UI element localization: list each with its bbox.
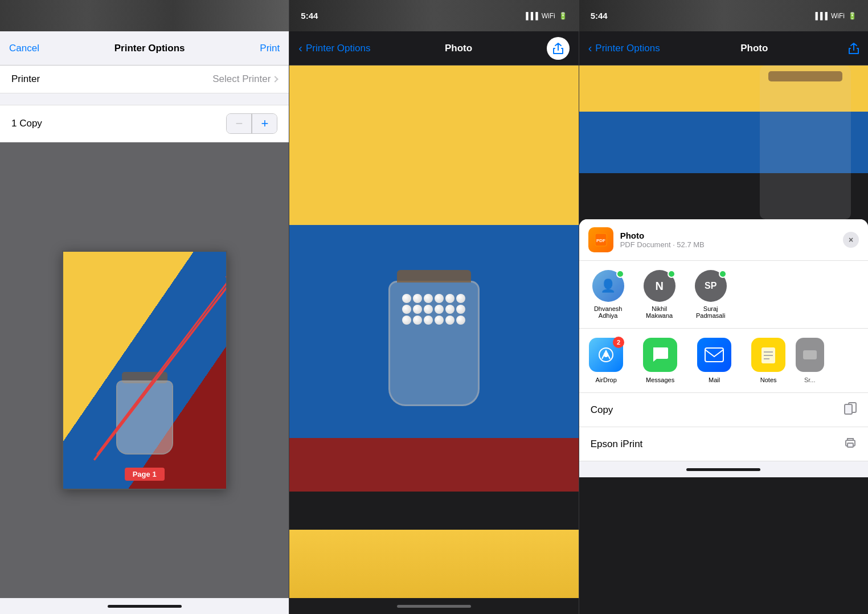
- avatar-wrapper-1: 👤: [592, 270, 624, 302]
- photo-jar-contents: [402, 294, 466, 393]
- printer-options-body: Printer Select Printer 1 Copy − +: [0, 66, 289, 598]
- printer-value[interactable]: Select Printer: [212, 73, 277, 85]
- airdrop-avatar-wrapper: 2: [589, 338, 623, 372]
- share-button-3[interactable]: [849, 43, 859, 54]
- copy-action-icon: [844, 402, 857, 417]
- nav-title-3: Photo: [740, 43, 768, 54]
- notes-label: Notes: [760, 376, 777, 383]
- back-chevron-2: ‹: [298, 42, 302, 55]
- jar-lid-3: [768, 71, 842, 81]
- photo-jar-lid: [397, 270, 471, 283]
- top-strip-1: [0, 0, 289, 31]
- action-row-epson[interactable]: Epson iPrint: [579, 427, 868, 461]
- signal-icon: ▐▐▐: [523, 12, 538, 20]
- nav-bar-1: Cancel Printer Options Print: [0, 31, 289, 66]
- jar-shape: [116, 380, 173, 455]
- status-icons-2: ▐▐▐ WiFi 🔋: [523, 12, 567, 20]
- panel-printer-options: Cancel Printer Options Print Printer Sel…: [0, 0, 289, 614]
- photo-thumbnail-3: [579, 66, 868, 219]
- app-item-airdrop[interactable]: 2 AirDrop: [579, 338, 633, 383]
- svg-rect-14: [803, 350, 817, 359]
- print-button[interactable]: Print: [260, 43, 280, 54]
- select-printer-label: Select Printer: [212, 73, 271, 85]
- epson-action-icon: [844, 436, 857, 452]
- photo-jar: [388, 281, 480, 406]
- printer-row[interactable]: Printer Select Printer: [0, 66, 289, 93]
- messages-label: Messages: [646, 376, 674, 383]
- app-item-messages[interactable]: Messages: [633, 338, 687, 383]
- online-indicator-1: [616, 270, 624, 278]
- app-item-more[interactable]: Sr...: [796, 338, 824, 383]
- share-sheet: PDF Photo PDF Document · 52.7 MB × 👤: [579, 219, 868, 461]
- copy-row: 1 Copy − +: [0, 105, 289, 142]
- share-file-header: PDF Photo PDF Document · 52.7 MB ×: [579, 219, 868, 261]
- online-indicator-3: [719, 270, 727, 278]
- svg-text:PDF: PDF: [596, 238, 605, 243]
- photo-bottom-strip: [289, 530, 578, 598]
- back-button-3[interactable]: ‹ Printer Options: [588, 42, 660, 55]
- share-close-button[interactable]: ×: [843, 232, 859, 248]
- increment-button[interactable]: +: [252, 114, 277, 133]
- mail-icon: [697, 338, 731, 372]
- battery-icon-3: 🔋: [848, 12, 857, 20]
- share-button-2[interactable]: [547, 37, 570, 60]
- avatar-wrapper-2: N: [644, 270, 675, 302]
- status-icons-3: ▐▐▐ WiFi 🔋: [813, 12, 857, 20]
- online-indicator-2: [668, 270, 675, 278]
- person-name-2: NikhilMakwana: [640, 305, 679, 319]
- notes-icon: [751, 338, 785, 372]
- nav-bar-3: ‹ Printer Options Photo: [579, 31, 868, 66]
- home-bar-2: [397, 605, 471, 608]
- file-meta: PDF Document · 52.7 MB: [620, 240, 836, 249]
- wifi-icon: WiFi: [542, 12, 555, 20]
- airdrop-symbol: [597, 346, 615, 363]
- notes-symbol: [760, 345, 776, 365]
- back-button-2[interactable]: ‹ Printer Options: [298, 42, 370, 55]
- print-label[interactable]: Print: [260, 43, 280, 54]
- app-item-notes[interactable]: Notes: [742, 338, 796, 383]
- back-label-3: Printer Options: [595, 43, 660, 54]
- nav-title-1: Printer Options: [114, 43, 185, 54]
- more-label: Sr...: [804, 376, 816, 383]
- nav-bar-2: ‹ Printer Options Photo: [289, 31, 578, 66]
- printer-icon: [844, 436, 857, 449]
- panel-photo-view: 5:44 ▐▐▐ WiFi 🔋 ‹ Printer Options Photo: [289, 0, 578, 614]
- plus-icon: +: [261, 116, 268, 131]
- more-symbol: [802, 349, 818, 361]
- signal-icon-3: ▐▐▐: [813, 12, 828, 20]
- file-name: Photo: [620, 231, 836, 240]
- status-time-2: 5:44: [301, 11, 318, 21]
- copy-icon: [844, 402, 857, 415]
- photo-jar-container: [388, 258, 480, 406]
- pdf-icon: PDF: [595, 233, 607, 247]
- print-preview-area: Page 1: [0, 142, 289, 598]
- wifi-icon-3: WiFi: [831, 12, 845, 20]
- svg-rect-9: [705, 348, 723, 362]
- mail-symbol: [705, 347, 724, 362]
- action-row-copy[interactable]: Copy: [579, 393, 868, 427]
- app-item-mail[interactable]: Mail: [687, 338, 742, 383]
- cancel-button[interactable]: Cancel: [9, 43, 39, 54]
- airdrop-label: AirDrop: [596, 376, 617, 383]
- home-bar-1: [108, 605, 182, 608]
- messages-icon: [643, 338, 677, 372]
- person-item-3[interactable]: SP SurajPadmasali: [691, 270, 731, 319]
- person-item-2[interactable]: N NikhilMakwana: [640, 270, 679, 319]
- photo-view-main: [289, 66, 578, 598]
- person-item-1[interactable]: 👤 DhvaneshAdhiya: [588, 270, 628, 319]
- copy-stepper: − +: [226, 113, 277, 134]
- people-row: 👤 DhvaneshAdhiya N NikhilMakwana: [579, 261, 868, 329]
- back-label-2: Printer Options: [306, 43, 370, 54]
- epson-action-label: Epson iPrint: [591, 439, 643, 450]
- mail-label: Mail: [709, 376, 720, 383]
- minus-icon: −: [235, 116, 243, 131]
- decrement-button[interactable]: −: [227, 114, 252, 133]
- status-time-3: 5:44: [591, 11, 608, 21]
- cancel-label[interactable]: Cancel: [9, 43, 39, 54]
- print-preview: Page 1: [62, 251, 227, 490]
- person-name-3: SurajPadmasali: [691, 305, 731, 319]
- back-chevron-3: ‹: [588, 42, 592, 55]
- photo-background: [289, 66, 578, 598]
- file-info: Photo PDF Document · 52.7 MB: [620, 231, 836, 249]
- photo-jar-3: [760, 66, 851, 219]
